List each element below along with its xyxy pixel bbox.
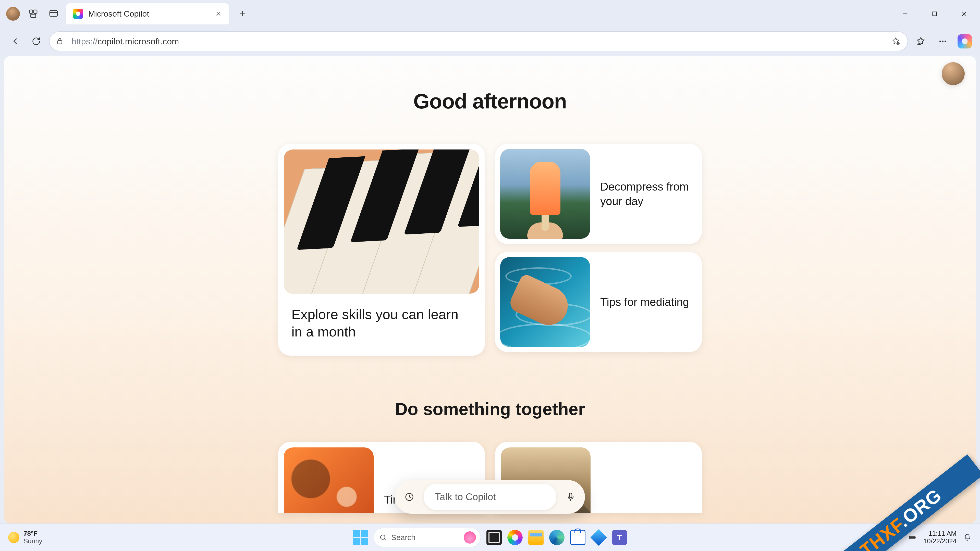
card-image-water-hand bbox=[500, 257, 590, 347]
cards-right-column: Decompress from your day Tips for mediat… bbox=[495, 144, 702, 356]
greeting-heading: Good afternoon bbox=[4, 89, 976, 113]
card-learn-skills-text: Explore skills you can learn in a month bbox=[284, 294, 479, 350]
window-maximize-button[interactable] bbox=[922, 6, 947, 21]
nav-back-button[interactable] bbox=[7, 33, 24, 49]
taskbar-app-diamond-button[interactable] bbox=[591, 530, 606, 545]
favorites-button[interactable] bbox=[913, 33, 929, 49]
workspaces-button[interactable] bbox=[26, 6, 40, 21]
svg-rect-2 bbox=[30, 14, 36, 17]
toolbar-right bbox=[913, 33, 973, 49]
taskbar-search-placeholder: Search bbox=[391, 533, 460, 542]
svg-point-12 bbox=[380, 535, 385, 539]
taskbar-teams-button[interactable] bbox=[612, 530, 627, 545]
svg-rect-3 bbox=[50, 11, 57, 16]
window-close-button[interactable] bbox=[951, 6, 977, 21]
taskbar-search[interactable]: Search bbox=[374, 528, 481, 547]
window-minimize-button[interactable] bbox=[892, 6, 918, 21]
profile-avatar-button[interactable] bbox=[6, 7, 20, 21]
copilot-sidebar-button[interactable] bbox=[956, 33, 973, 49]
browser-chrome: Microsoft Copilot bbox=[0, 0, 980, 55]
copilot-favicon-icon bbox=[73, 9, 83, 19]
card-image-athlete bbox=[284, 448, 374, 513]
toolbar: https://copilot.microsoft.com bbox=[0, 27, 980, 55]
titlebar: Microsoft Copilot bbox=[0, 0, 980, 27]
search-highlight-icon bbox=[464, 531, 476, 544]
tray-battery-icon[interactable] bbox=[907, 532, 918, 543]
taskbar-copilot-button[interactable] bbox=[508, 530, 523, 545]
svg-rect-11 bbox=[570, 493, 572, 498]
section-together-heading: Do something together bbox=[4, 399, 976, 419]
chat-history-button[interactable] bbox=[400, 487, 419, 507]
taskbar: 78°F Sunny Search bbox=[0, 524, 980, 551]
card-mediating-text: Tips for mediating bbox=[600, 295, 689, 309]
taskbar-store-button[interactable] bbox=[570, 530, 585, 545]
task-view-button[interactable] bbox=[487, 530, 502, 545]
titlebar-left bbox=[3, 6, 61, 21]
tab-close-button[interactable] bbox=[214, 9, 223, 18]
window-controls bbox=[892, 6, 977, 21]
tray-time-text: 11:11 AM bbox=[928, 530, 956, 537]
new-tab-button[interactable] bbox=[235, 6, 250, 21]
chat-bar: Talk to Copilot bbox=[395, 480, 585, 514]
card-mediating[interactable]: Tips for mediating bbox=[495, 252, 702, 352]
tray-clock[interactable]: 11:11 AM 10/22/2024 bbox=[923, 530, 956, 545]
start-button[interactable] bbox=[353, 530, 368, 545]
weather-widget[interactable]: 78°F Sunny bbox=[0, 530, 42, 545]
tab-actions-button[interactable] bbox=[46, 6, 61, 21]
taskbar-edge-button[interactable] bbox=[549, 530, 565, 545]
card-image-piano bbox=[284, 149, 479, 294]
weather-temp: 78°F bbox=[24, 530, 42, 537]
url-host: copilot.microsoft.com bbox=[97, 37, 179, 46]
card-learn-skills[interactable]: Explore skills you can learn in a month bbox=[278, 144, 485, 356]
card-decompress-text: Decompress from your day bbox=[600, 179, 692, 208]
account-avatar-button[interactable] bbox=[942, 62, 965, 85]
tab-strip: Microsoft Copilot bbox=[66, 3, 250, 24]
svg-rect-4 bbox=[932, 12, 936, 16]
tab-active[interactable]: Microsoft Copilot bbox=[66, 3, 229, 24]
settings-more-button[interactable] bbox=[935, 33, 951, 49]
page-content: Good afternoon Explore skills you can le… bbox=[4, 56, 976, 524]
card-image-popsicle bbox=[500, 149, 590, 239]
tray-date-text: 10/22/2024 bbox=[923, 537, 956, 545]
nav-refresh-button[interactable] bbox=[28, 33, 45, 49]
svg-point-8 bbox=[942, 41, 943, 42]
svg-rect-1 bbox=[34, 10, 37, 13]
collections-button[interactable] bbox=[889, 35, 902, 48]
taskbar-center: Search bbox=[353, 528, 627, 547]
svg-rect-16 bbox=[910, 537, 915, 538]
svg-rect-0 bbox=[29, 10, 33, 13]
site-info-button[interactable] bbox=[53, 35, 66, 48]
card-decompress[interactable]: Decompress from your day bbox=[495, 144, 702, 244]
chat-mic-button[interactable] bbox=[561, 487, 580, 507]
svg-rect-5 bbox=[58, 41, 62, 44]
address-bar[interactable]: https://copilot.microsoft.com bbox=[49, 32, 908, 51]
weather-condition: Sunny bbox=[24, 537, 42, 545]
svg-point-7 bbox=[939, 41, 941, 42]
tray-notifications-button[interactable] bbox=[962, 532, 973, 543]
svg-point-9 bbox=[945, 41, 946, 42]
weather-sun-icon bbox=[8, 532, 19, 543]
search-icon bbox=[379, 534, 387, 541]
taskbar-file-explorer-button[interactable] bbox=[528, 530, 544, 545]
copilot-icon bbox=[958, 34, 972, 48]
tab-title: Microsoft Copilot bbox=[88, 9, 209, 19]
chat-input[interactable]: Talk to Copilot bbox=[424, 484, 556, 510]
suggestion-cards-row: Explore skills you can learn in a month … bbox=[4, 144, 976, 356]
url-text: https://copilot.microsoft.com bbox=[72, 37, 884, 46]
chat-input-placeholder: Talk to Copilot bbox=[435, 492, 496, 503]
url-protocol: https:// bbox=[72, 37, 97, 46]
